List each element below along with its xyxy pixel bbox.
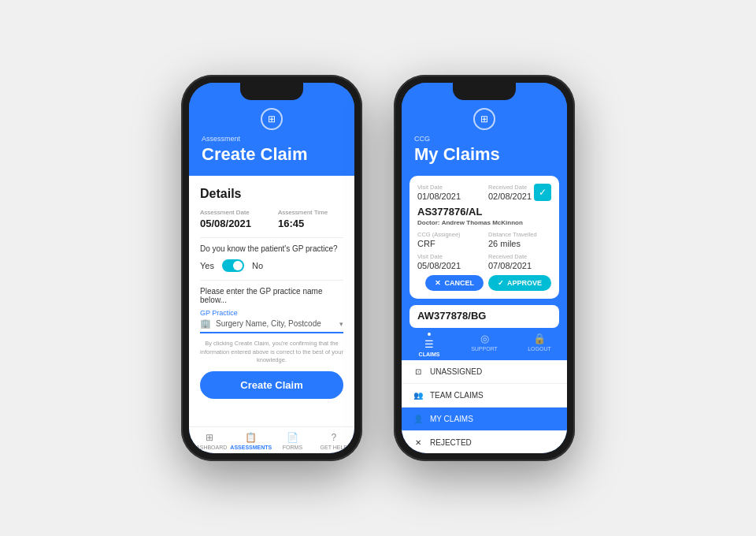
claims-icon: ☰	[424, 338, 434, 350]
nav-dashboard[interactable]: ⊞ DASHBOARD	[189, 432, 230, 450]
phone2-notch	[453, 83, 516, 100]
ccg-label: CCG (Assignee)	[417, 231, 480, 238]
forms-icon: 📄	[287, 432, 298, 443]
assessment-time-label: Assessment Time	[278, 209, 343, 216]
no-label: No	[252, 261, 263, 270]
received-date-value-2: 07/08/2021	[488, 261, 551, 270]
phone2-page-title: My Claims	[414, 144, 554, 165]
nav-assessments-label: ASSESSMENTS	[230, 445, 272, 450]
ccg-field: CCG (Assignee) CRF	[417, 231, 480, 248]
rejected-icon: ✕	[413, 438, 424, 447]
assessment-date-field: Assessment Date 05/08/2021	[200, 209, 265, 229]
claim-id-1: AS377876/AL	[417, 206, 551, 218]
phone1-bottom-nav: ⊞ DASHBOARD 📋 ASSESSMENTS 📄 FORMS ? GET …	[189, 426, 354, 453]
assessment-time-field: Assessment Time 16:45	[278, 209, 343, 229]
nav-forms[interactable]: 📄 FORMS	[272, 432, 313, 450]
check-badge: ✓	[534, 184, 551, 201]
visit-date-value-2: 05/08/2021	[417, 261, 480, 270]
phone2-screen: ⊞ CCG My Claims Visit Date 01/08/2021 Re…	[402, 83, 567, 453]
dropdown-rejected[interactable]: ✕ REJECTED	[402, 431, 567, 453]
visit-date-label-2: Visit Date	[417, 253, 480, 260]
gp-toggle[interactable]	[222, 259, 244, 272]
phone-notch	[240, 83, 303, 100]
assessment-date-label: Assessment Date	[200, 209, 265, 216]
nav-help[interactable]: ? GET HELP	[313, 432, 354, 450]
phone-create-claim: ⊞ Assessment Create Claim Details Assess…	[181, 75, 362, 461]
approve-button[interactable]: ✓ APPROVE	[488, 275, 551, 291]
dropdown-unassigned[interactable]: ⊡ UNASSIGNED	[402, 360, 567, 384]
cancel-label: CANCEL	[444, 279, 474, 287]
claims-card-1: Visit Date 01/08/2021 Received Date 02/0…	[410, 176, 559, 299]
distance-field: Distance Travelled 26 miles	[488, 231, 551, 248]
claim-id-2: AW377878/BG	[417, 310, 551, 322]
gp-section: Please enter the GP practice name below.…	[200, 287, 343, 333]
disclaimer-text: By clicking Create Claim, you're confirm…	[200, 340, 343, 365]
building-icon: 🏢	[200, 318, 211, 329]
page-title: Create Claim	[202, 144, 342, 165]
team-icon: 👥	[413, 391, 424, 400]
nav-help-label: GET HELP	[321, 445, 348, 450]
support-icon: ◎	[480, 333, 489, 344]
grid-icon: ⊞	[268, 114, 276, 125]
distance-value: 26 miles	[488, 239, 551, 248]
grid-icon-2: ⊞	[480, 114, 488, 125]
yes-label: Yes	[200, 261, 214, 270]
header-subtitle: Assessment	[202, 135, 342, 143]
card1-dates2-row: Visit Date 05/08/2021 Received Date 07/0…	[417, 253, 551, 270]
nav-assessments[interactable]: 📋 ASSESSMENTS	[230, 432, 272, 450]
phones-container: ⊞ Assessment Create Claim Details Assess…	[181, 75, 575, 461]
help-icon: ?	[331, 432, 336, 443]
logout-icon: 🔒	[533, 333, 546, 344]
assessment-time-value: 16:45	[278, 218, 343, 229]
nav-support-label: SUPPORT	[471, 346, 498, 352]
my-claims-icon: 👤	[413, 415, 424, 423]
received-date-label-2: Received Date	[488, 253, 551, 260]
nav-support[interactable]: ◎ SUPPORT	[457, 333, 512, 357]
assessment-date-value: 05/08/2021	[200, 218, 265, 229]
visit-date-label-1: Visit Date	[417, 184, 480, 191]
dropdown-my-claims[interactable]: 👤 MY CLAIMS	[402, 408, 567, 431]
ccg-value: CRF	[417, 239, 480, 248]
nav-claims[interactable]: ☰ CLAIMS	[402, 333, 457, 357]
approve-check-icon: ✓	[498, 279, 504, 287]
visit-date-value-1: 01/08/2021	[417, 192, 480, 201]
create-claim-button[interactable]: Create Claim	[200, 371, 343, 399]
nav-logout-label: LOGOUT	[528, 346, 551, 352]
cancel-button[interactable]: ✕ CANCEL	[425, 275, 484, 291]
my-claims-label: MY CLAIMS	[430, 415, 473, 423]
claims-indicator	[428, 333, 431, 336]
dropdown-arrow-icon: ▾	[339, 320, 343, 328]
unassigned-icon: ⊡	[413, 367, 424, 376]
gp-input-placeholder: Surgery Name, City, Postcode	[216, 319, 335, 328]
gp-question: Do you know the patient's GP practice?	[200, 244, 343, 253]
phone1-screen: ⊞ Assessment Create Claim Details Assess…	[189, 83, 354, 453]
phone-my-claims: ⊞ CCG My Claims Visit Date 01/08/2021 Re…	[394, 75, 575, 461]
visit-date-field-1: Visit Date 01/08/2021	[417, 184, 480, 201]
phone2-header-icon: ⊞	[473, 108, 495, 130]
card1-ccg-row: CCG (Assignee) CRF Distance Travelled 26…	[417, 231, 551, 248]
dropdown-menu: ⊡ UNASSIGNED 👥 TEAM CLAIMS 👤 MY CLAIMS ✕…	[402, 360, 567, 453]
divider2	[200, 280, 343, 281]
date-time-row: Assessment Date 05/08/2021 Assessment Ti…	[200, 209, 343, 229]
distance-label: Distance Travelled	[488, 231, 551, 238]
unassigned-label: UNASSIGNED	[430, 367, 482, 376]
rejected-label: REJECTED	[430, 438, 472, 447]
header-icon: ⊞	[261, 108, 283, 130]
nav-claims-label: CLAIMS	[419, 352, 440, 357]
phone2-bottom-nav: ☰ CLAIMS ◎ SUPPORT 🔒 LOGOUT	[402, 328, 567, 360]
card1-dates-row: Visit Date 01/08/2021 Received Date 02/0…	[417, 184, 551, 201]
nav-logout[interactable]: 🔒 LOGOUT	[512, 333, 567, 357]
assessments-icon: 📋	[245, 432, 257, 443]
dropdown-team-claims[interactable]: 👥 TEAM CLAIMS	[402, 384, 567, 408]
nav-dashboard-label: DASHBOARD	[192, 445, 227, 450]
yes-no-toggle-row: Yes No	[200, 259, 343, 272]
divider1	[200, 237, 343, 238]
visit-date-field-2: Visit Date 05/08/2021	[417, 253, 480, 270]
phone1-content: Details Assessment Date 05/08/2021 Asses…	[189, 176, 354, 426]
gp-field-label: GP Practice	[200, 309, 343, 317]
action-buttons: ✕ CANCEL ✓ APPROVE	[417, 275, 551, 291]
claim-doctor-1: Doctor: Andrew Thomas McKinnon	[417, 219, 551, 226]
gp-instruction: Please enter the GP practice name below.…	[200, 287, 343, 304]
received-date-field-2: Received Date 07/08/2021	[488, 253, 551, 270]
gp-input-row[interactable]: 🏢 Surgery Name, City, Postcode ▾	[200, 318, 343, 333]
